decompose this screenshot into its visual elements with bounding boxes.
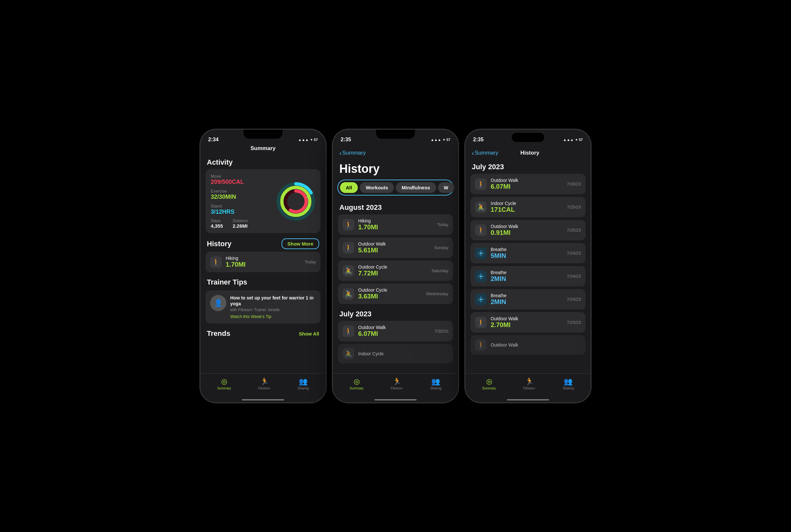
history-workout-row[interactable]: 🚶 Hiking 1.70MI Today	[206, 252, 321, 272]
tab-summary-1[interactable]: ◎ Summary	[217, 377, 231, 390]
walk-icon-3c: 🚶	[475, 224, 487, 236]
history-info-3g: Outdoor Walk 2.70MI	[490, 316, 563, 329]
list-item[interactable]: 🚶 Outdoor Walk 5.61MI Sunday	[338, 238, 453, 258]
list-item[interactable]: 🚴 Outdoor Cycle 3.63MI Wednesday	[338, 284, 453, 304]
status-time-2: 2:35	[341, 137, 351, 142]
sharing-tab-label-1: Sharing	[298, 386, 309, 390]
breathe-icon-3e	[475, 270, 487, 282]
list-item[interactable]: 🚴 Outdoor Cycle 7.72MI Saturday	[338, 261, 453, 281]
sharing-tab-icon-2: 👥	[431, 377, 440, 386]
history-info-3f: Breathe 2MIN	[490, 293, 563, 306]
exercise-value: 32/30MIN	[211, 194, 276, 201]
tab-sharing-3[interactable]: 👥 Sharing	[563, 377, 574, 390]
fitness-tab-label-1: Fitness+	[258, 386, 270, 390]
tab-summary-3[interactable]: ◎ Summary	[482, 377, 496, 390]
history-date-3f: 7/24/23	[567, 297, 581, 302]
history-section-title: History	[207, 240, 232, 248]
history-name-3h: Outdoor Walk	[490, 342, 581, 347]
summary-page-title: Summary	[200, 145, 326, 155]
status-icons-1: ▲▲▲ ⌖ 57	[298, 138, 318, 142]
distance-label: Distance	[233, 218, 248, 223]
history-info-3e: Breathe 2MIN	[490, 270, 563, 283]
nav-bar-2: ‹ Summary	[333, 145, 458, 159]
list-item[interactable]: 🚶 Hiking 1.70MI Today	[338, 214, 453, 235]
trainer-text: How to set up your feet for warrior 1 in…	[230, 295, 316, 319]
exercise-row: Exercise 32/30MIN	[211, 189, 276, 201]
tab-fitness-1[interactable]: 🏃 Fitness+	[258, 377, 270, 390]
filter-all[interactable]: All	[340, 182, 358, 193]
list-item[interactable]: 🚴 Indoor Cycle 171CAL 7/25/23	[470, 197, 585, 217]
status-icons-3: ▲▲▲ ⌖ 57	[563, 138, 583, 142]
walk-icon-3g: 🚶	[475, 317, 487, 328]
list-item[interactable]: Breathe 2MIN 7/24/23	[470, 289, 585, 309]
battery-icon-3: 57	[579, 138, 583, 141]
nav-back-2[interactable]: ‹ Summary	[339, 149, 366, 157]
tab-fitness-3[interactable]: 🏃 Fitness+	[523, 377, 536, 390]
summary-tab-label-2: Summary	[350, 386, 364, 390]
list-item[interactable]: 🚶 Outdoor Walk 6.07MI 7/30/23	[338, 321, 453, 341]
filter-w[interactable]: W	[438, 182, 454, 193]
july-header-2: July 2023	[333, 307, 458, 321]
screen-content-1: Summary Activity Move 209/500CAL Exercis…	[200, 145, 326, 373]
sharing-tab-label-2: Sharing	[430, 386, 441, 390]
status-time-1: 2:34	[208, 137, 218, 142]
screen-content-2: ‹ Summary History All Workouts Mindfulne…	[333, 145, 458, 373]
trends-show-link[interactable]: Show All	[299, 331, 319, 337]
list-item[interactable]: 🚶 Outdoor Walk 2.70MI 7/23/23	[470, 312, 585, 332]
tab-fitness-2[interactable]: 🏃 Fitness+	[391, 377, 403, 390]
walk-icon-3h: 🚶	[475, 339, 487, 351]
breathe-icon-3f	[475, 293, 487, 305]
fitness-tab-label-3: Fitness+	[523, 386, 536, 390]
phones-container: 2:34 ▲▲▲ ⌖ 57 Summary Activity Move 209/…	[200, 129, 591, 403]
phone-notch-1	[244, 130, 283, 139]
list-item[interactable]: Breathe 2MIN 7/24/23	[470, 266, 585, 286]
list-item[interactable]: 🚶 Outdoor Walk	[470, 335, 585, 355]
activity-stats: Move 209/500CAL Exercise 32/30MIN Stand …	[211, 174, 276, 229]
svg-point-24	[482, 278, 483, 278]
history-val-2b: 5.61MI	[358, 247, 430, 254]
home-indicator-3	[507, 399, 549, 400]
list-item[interactable]: 🚶 Outdoor Walk 6.07MI 7/30/23	[470, 174, 585, 194]
svg-point-32	[479, 300, 480, 301]
tab-sharing-1[interactable]: 👥 Sharing	[298, 377, 309, 390]
history-val-2d: 3.63MI	[358, 292, 422, 300]
workout-name: Hiking	[226, 255, 301, 261]
svg-point-9	[480, 255, 482, 256]
phone-1: 2:34 ▲▲▲ ⌖ 57 Summary Activity Move 209/…	[200, 129, 326, 403]
status-icons-2: ▲▲▲ ⌖ 57	[430, 138, 450, 142]
steps-label: Steps	[211, 218, 223, 223]
activity-ring: ↪	[276, 182, 315, 221]
cycle-icon-2c: 🚴	[343, 265, 354, 277]
list-item[interactable]: Breathe 5MIN 7/24/23	[470, 243, 585, 263]
history-date-2a: Today	[437, 222, 448, 227]
filter-mindfulness[interactable]: Mindfulness	[396, 182, 436, 193]
activity-section-header: Activity	[200, 155, 326, 169]
tab-summary-2[interactable]: ◎ Summary	[350, 377, 364, 390]
history-date-2c: Saturday	[431, 268, 448, 273]
trainer-link[interactable]: Watch this Week's Tip	[230, 314, 316, 319]
svg-point-27	[480, 301, 482, 302]
svg-point-12	[479, 251, 480, 252]
signal-icon-2: ▲▲▲	[430, 138, 441, 141]
filter-workouts[interactable]: Workouts	[360, 182, 394, 193]
battery-icon-1: 57	[314, 138, 318, 141]
svg-point-15	[482, 254, 483, 255]
tab-bar-1: ◎ Summary 🏃 Fitness+ 👥 Sharing	[200, 373, 326, 399]
svg-point-30	[479, 298, 480, 299]
history-date-3a: 7/30/23	[567, 182, 581, 186]
list-item[interactable]: 🚶 Outdoor Walk 0.91MI 7/25/23	[470, 220, 585, 240]
nav-title-3: History	[498, 150, 561, 156]
nav-back-3[interactable]: ‹ Summary	[472, 149, 498, 157]
fitness-tab-icon-1: 🏃	[260, 377, 269, 386]
workout-info: Hiking 1.70MI	[226, 255, 301, 268]
status-time-3: 2:35	[473, 137, 483, 142]
history-info-3h: Outdoor Walk	[490, 342, 581, 347]
workout-date: Today	[305, 260, 316, 264]
tab-sharing-2[interactable]: 👥 Sharing	[430, 377, 441, 390]
show-more-button[interactable]: Show More	[282, 239, 319, 249]
svg-point-22	[482, 274, 483, 276]
svg-point-14	[479, 254, 480, 255]
fitness-tab-icon-3: 🏃	[525, 377, 534, 386]
list-item[interactable]: 🚴 Indoor Cycle	[338, 344, 453, 363]
svg-point-31	[482, 298, 483, 299]
